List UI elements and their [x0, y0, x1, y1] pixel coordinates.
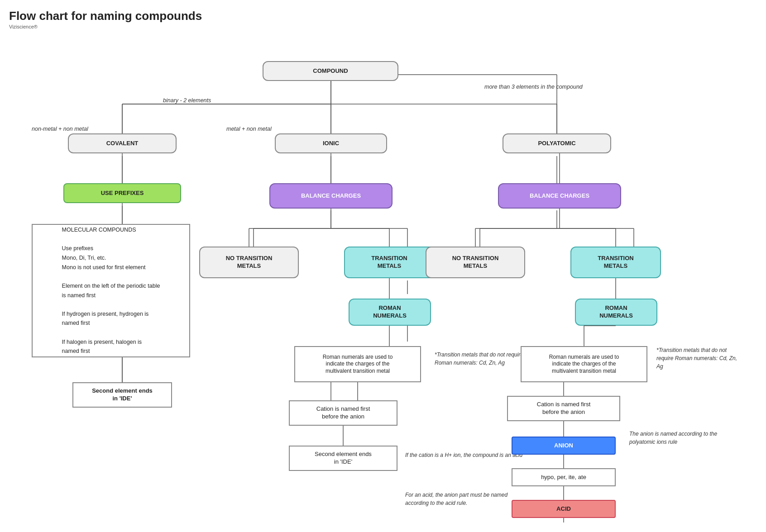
flowchart: COMPOUND binary - 2 elements more than 3… — [9, 38, 742, 513]
more-than-3-label: more than 3 elements in the compound — [484, 84, 583, 90]
h-plus-note: If the cation is a H+ ion, the compound … — [405, 451, 522, 459]
second-element-ide-1: Second element ends in 'IDE' — [72, 382, 172, 408]
acid-node: ACID — [512, 500, 616, 518]
polyatomic-node: POLYATOMIC — [503, 133, 611, 153]
balance-charges-2-node: BALANCE CHARGES — [498, 183, 621, 209]
roman-numerals-2: ROMAN NUMERALS — [575, 299, 657, 326]
non-metal-label: non-metal + non metal — [32, 126, 88, 132]
transition-note-2: *Transition metals that do not require R… — [656, 346, 742, 370]
anion-rule-note: The anion is named according to the poly… — [629, 430, 733, 446]
transition-note-1: *Transition metals that do not require R… — [435, 351, 525, 367]
cation-anion-1: Cation is named first before the anion — [289, 400, 397, 426]
no-transition-metals-2: NO TRANSITION METALS — [426, 247, 525, 278]
roman-numerals-1: ROMAN NUMERALS — [349, 299, 431, 326]
no-transition-metals-1: NO TRANSITION METALS — [199, 247, 299, 278]
anion-node: ANION — [512, 437, 616, 455]
use-prefixes-node: USE PREFIXES — [63, 183, 181, 203]
second-element-ide-2: Second element ends in 'IDE' — [289, 446, 397, 471]
compound-node: COMPOUND — [263, 61, 398, 81]
covalent-node: COVALENT — [68, 133, 177, 153]
molecular-compounds-box: MOLECULAR COMPOUNDS Use prefixes Mono, D… — [32, 224, 190, 357]
subtitle: Viziscience® — [9, 24, 757, 29]
transition-metals-2: TRANSITION METALS — [570, 247, 661, 278]
balance-charges-1-node: BALANCE CHARGES — [269, 183, 393, 209]
page-title: Flow chart for naming compounds — [9, 9, 757, 23]
roman-note-2: Roman numerals are used to indicate the … — [521, 346, 647, 382]
transition-metals-1: TRANSITION METALS — [344, 247, 435, 278]
ionic-node: IONIC — [275, 133, 387, 153]
metal-non-metal-label: metal + non metal — [226, 126, 272, 132]
cation-anion-2: Cation is named first before the anion — [507, 396, 620, 421]
acid-rule-note: For an acid, the anion part must be name… — [405, 491, 523, 507]
hypo-per-box: hypo, per, ite, ate — [512, 468, 616, 486]
roman-note-1: Roman numerals are used to indicate the … — [294, 346, 421, 382]
binary-label: binary - 2 elements — [163, 97, 211, 104]
